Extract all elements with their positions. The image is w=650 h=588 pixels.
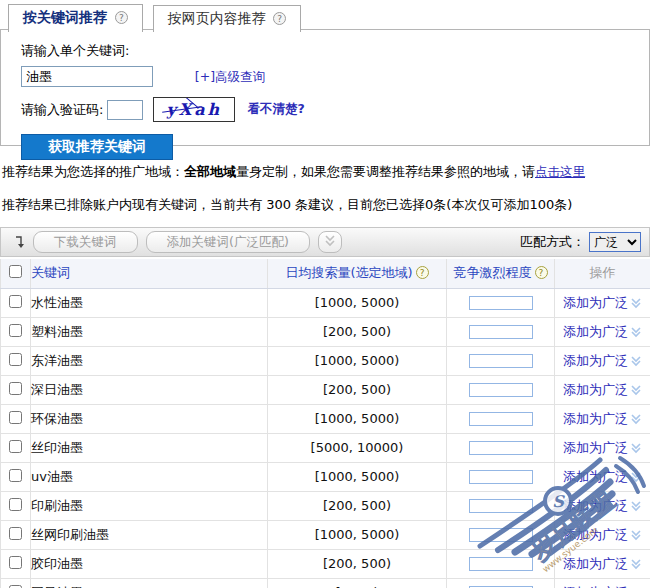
keyword-tool-page: 按关键词推荐 ? 按网页内容推荐 ? 请输入单个关键词: [+]高级查询 请输入… — [0, 0, 650, 588]
search-volume-cell: [1000, 5000) — [315, 353, 400, 368]
table-row: uv油墨 [1000, 5000) 添加为广泛 — [1, 462, 650, 491]
row-checkbox[interactable] — [9, 324, 22, 337]
help-icon[interactable]: ? — [535, 266, 548, 279]
add-as-broad-link[interactable]: 添加为广泛 — [563, 353, 628, 368]
double-chevron-down-icon — [325, 235, 335, 247]
keyword-input-label: 请输入单个关键词: — [21, 42, 649, 60]
competition-bar — [469, 441, 533, 455]
add-as-broad-link[interactable]: 添加为广泛 — [563, 440, 628, 455]
table-row: 胶印油墨 [200, 500) 添加为广泛 — [1, 549, 650, 578]
captcha-image: yXah — [153, 97, 235, 122]
add-as-broad-link[interactable]: 添加为广泛 — [563, 556, 628, 571]
competition-bar — [469, 557, 533, 571]
double-chevron-down-icon — [630, 326, 642, 338]
region-notice-mid: 量身定制，如果您需要调整推荐结果参照的地域，请 — [236, 164, 535, 179]
keyword-input[interactable] — [21, 66, 153, 87]
match-type-select[interactable]: 广泛 — [589, 232, 641, 252]
row-checkbox[interactable] — [9, 585, 22, 588]
table-row: 水性油墨 [1000, 5000) 添加为广泛 — [1, 288, 650, 317]
row-checkbox[interactable] — [9, 556, 22, 569]
add-as-broad-link[interactable]: 添加为广泛 — [563, 498, 628, 513]
add-as-broad-link[interactable]: 添加为广泛 — [563, 382, 628, 397]
add-as-broad-link[interactable]: 添加为广泛 — [563, 411, 628, 426]
download-arrow-icon — [13, 234, 27, 250]
table-row: 印刷油墨 [200, 500) 添加为广泛 — [1, 491, 650, 520]
table-row: 深日油墨 [200, 500) 添加为广泛 — [1, 375, 650, 404]
search-volume-cell: [200, 500) — [323, 498, 391, 513]
add-as-broad-link[interactable]: 添加为广泛 — [563, 585, 628, 588]
search-volume-cell: [200, 500) — [323, 382, 391, 397]
double-chevron-down-icon — [630, 529, 642, 541]
change-region-link[interactable]: 点击这里 — [535, 164, 585, 179]
tab-by-webpage-label: 按网页内容推荐 — [168, 10, 266, 26]
search-volume-cell: [1000, 5000) — [315, 295, 400, 310]
search-volume-cell: [5000, 10000) — [311, 440, 404, 455]
double-chevron-down-icon — [630, 500, 642, 512]
advanced-search-link[interactable]: [+]高级查询 — [195, 69, 265, 84]
table-row: 丝网印刷油墨 [1000, 5000) 添加为广泛 — [1, 520, 650, 549]
keyword-cell: uv油墨 — [31, 469, 73, 484]
get-keywords-button[interactable]: 获取推荐关键词 — [21, 134, 173, 160]
captcha-label: 请输入验证码: — [21, 101, 103, 119]
keyword-cell: 水性油墨 — [31, 295, 83, 310]
search-volume-cell: [1000, 5000) — [315, 411, 400, 426]
tab-by-webpage[interactable]: 按网页内容推荐 ? — [153, 5, 301, 32]
keyword-cell: 印刷油墨 — [31, 498, 83, 513]
competition-bar — [469, 528, 533, 542]
row-checkbox[interactable] — [9, 382, 22, 395]
search-volume-cell: [200, 500) — [323, 324, 391, 339]
competition-bar — [469, 470, 533, 484]
help-icon[interactable]: ? — [115, 11, 128, 24]
header-competition[interactable]: 竞争激烈程度? — [447, 259, 555, 288]
add-keywords-button[interactable]: 添加关键词(广泛匹配) — [146, 231, 310, 253]
double-chevron-down-icon — [630, 442, 642, 454]
select-all-checkbox[interactable] — [9, 265, 22, 278]
add-as-broad-link[interactable]: 添加为广泛 — [563, 469, 628, 484]
competition-bar — [469, 499, 533, 513]
help-icon[interactable]: ? — [416, 266, 429, 279]
table-row: 三星油墨 [0, 20) 添加为广泛 — [1, 578, 650, 588]
keyword-cell: 环保油墨 — [31, 411, 83, 426]
header-volume[interactable]: 日均搜索量(选定地域)? — [268, 259, 447, 288]
double-chevron-down-icon — [630, 297, 642, 309]
double-chevron-down-icon — [630, 558, 642, 570]
captcha-input[interactable] — [107, 100, 143, 120]
double-chevron-down-icon — [630, 355, 642, 367]
download-keywords-button[interactable]: 下载关键词 — [33, 231, 138, 253]
keyword-cell: 塑料油墨 — [31, 324, 83, 339]
table-row: 丝印油墨 [5000, 10000) 添加为广泛 — [1, 433, 650, 462]
tab-by-keyword-label: 按关键词推荐 — [23, 9, 107, 25]
row-checkbox[interactable] — [9, 295, 22, 308]
keyword-cell: 丝印油墨 — [31, 440, 83, 455]
tab-bar: 按关键词推荐 ? 按网页内容推荐 ? — [0, 0, 650, 30]
region-notice-bold: 全部地域 — [184, 164, 236, 179]
match-type-label: 匹配方式： — [520, 233, 585, 251]
add-as-broad-link[interactable]: 添加为广泛 — [563, 324, 628, 339]
row-checkbox[interactable] — [9, 498, 22, 511]
competition-bar — [469, 383, 533, 397]
row-checkbox[interactable] — [9, 469, 22, 482]
add-as-broad-link[interactable]: 添加为广泛 — [563, 527, 628, 542]
header-keyword[interactable]: 关键词 — [31, 259, 268, 288]
results-toolbar: 下载关键词 添加关键词(广泛匹配) 匹配方式： 广泛 — [0, 227, 650, 257]
row-checkbox[interactable] — [9, 440, 22, 453]
row-checkbox[interactable] — [9, 527, 22, 540]
tab-by-keyword[interactable]: 按关键词推荐 ? — [8, 4, 143, 32]
keyword-cell: 丝网印刷油墨 — [31, 527, 109, 542]
row-checkbox[interactable] — [9, 411, 22, 424]
table-row: 塑料油墨 [200, 500) 添加为广泛 — [1, 317, 650, 346]
keyword-results-table: 关键词 日均搜索量(选定地域)? 竞争激烈程度? 操作 水性油墨 [1000, … — [0, 259, 650, 588]
captcha-glyphs: yXah — [167, 100, 223, 119]
captcha-refresh-link[interactable]: 看不清楚? — [247, 101, 304, 118]
search-volume-cell: [1000, 5000) — [315, 527, 400, 542]
keyword-cell: 三星油墨 — [31, 585, 83, 588]
row-checkbox[interactable] — [9, 353, 22, 366]
help-icon[interactable]: ? — [273, 12, 286, 25]
add-options-dropdown-button[interactable] — [318, 231, 342, 253]
add-as-broad-link[interactable]: 添加为广泛 — [563, 295, 628, 310]
keyword-cell: 深日油墨 — [31, 382, 83, 397]
keyword-cell: 胶印油墨 — [31, 556, 83, 571]
table-row: 环保油墨 [1000, 5000) 添加为广泛 — [1, 404, 650, 433]
keyword-cell: 东洋油墨 — [31, 353, 83, 368]
double-chevron-down-icon — [630, 471, 642, 483]
